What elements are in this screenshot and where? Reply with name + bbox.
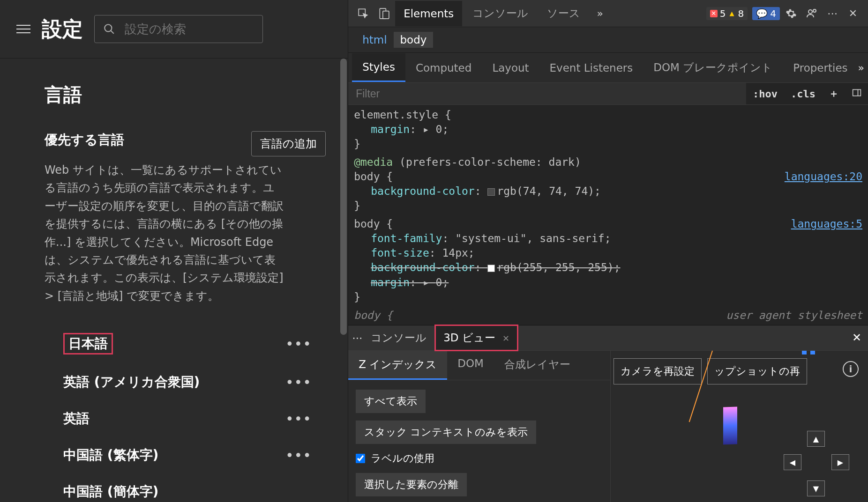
tab-properties[interactable]: Properties (783, 54, 858, 81)
language-item-japanese[interactable]: 日本語 ••• (45, 324, 326, 364)
css-val[interactable]: 14px (442, 247, 468, 259)
subtab-zindex[interactable]: Z インデックス (348, 351, 447, 380)
css-prop[interactable]: background-color (371, 261, 475, 273)
more-panes-icon[interactable]: » (858, 62, 864, 74)
language-item-english[interactable]: 英語 ••• (45, 400, 326, 437)
css-close: } (354, 137, 862, 151)
pan-right-button[interactable]: ▶ (831, 454, 849, 470)
close-tab-icon[interactable]: ✕ (502, 333, 509, 343)
use-label-checkbox-row[interactable]: ラベルの使用 (356, 451, 603, 465)
css-prop[interactable]: font-family (371, 232, 442, 244)
styles-filter-input[interactable] (348, 83, 746, 104)
scrollbar[interactable] (340, 59, 347, 335)
tab-computed[interactable]: Computed (405, 54, 482, 81)
use-label-checkbox[interactable] (356, 454, 365, 463)
user-agent-label: user agent stylesheet (726, 308, 862, 323)
drawer-tab-console[interactable]: コンソール (362, 325, 435, 351)
more-actions-icon[interactable]: ••• (281, 411, 316, 427)
language-name: 日本語 (63, 333, 113, 354)
css-prop[interactable]: background-color (371, 185, 475, 197)
css-selector: body { (354, 309, 393, 321)
css-close: } (354, 290, 862, 304)
retake-snapshot-button[interactable]: ップショットの再 (707, 358, 807, 384)
preferred-languages-row: 優先する言語 言語の追加 (45, 131, 326, 156)
inspect-element-icon[interactable] (354, 4, 373, 23)
subtab-composited[interactable]: 合成レイヤー (494, 351, 581, 380)
section-heading: 言語 (45, 82, 326, 108)
language-item-english-us[interactable]: 英語 (アメリカ合衆国) ••• (45, 364, 326, 400)
show-all-button[interactable]: すべて表示 (356, 390, 426, 413)
viewport-3d[interactable]: カメラを再設定 ップショットの再 i ▲ ▼ ◀ ▶ (611, 351, 868, 502)
more-options-icon[interactable]: ⋯ (823, 4, 842, 23)
svg-point-6 (813, 9, 816, 12)
menu-icon[interactable] (16, 22, 30, 36)
css-selector: body { (354, 218, 393, 230)
render-layers (723, 406, 737, 444)
tab-dom-breakpoints[interactable]: DOM ブレークポイント (643, 53, 783, 82)
css-media-query: (prefers-color-scheme: dark) (399, 156, 581, 168)
hov-toggle[interactable]: :hov (746, 84, 784, 103)
pan-left-button[interactable]: ◀ (784, 454, 801, 470)
tab-layout[interactable]: Layout (482, 54, 539, 81)
color-swatch-icon[interactable] (487, 188, 495, 196)
settings-title: 設定 (42, 15, 83, 43)
error-warning-badge[interactable]: ✕ 5 ▲ 8 (706, 7, 748, 20)
tab-sources[interactable]: ソース (539, 0, 589, 27)
message-count: 4 (770, 8, 776, 19)
css-val[interactable]: "system-ui", sans-serif (455, 232, 605, 244)
css-prop[interactable]: font-size (371, 247, 429, 259)
info-icon[interactable]: i (843, 361, 859, 377)
close-drawer-icon[interactable]: ✕ (852, 331, 861, 344)
isolate-element-button[interactable]: 選択した要素の分離 (356, 473, 467, 496)
css-prop[interactable]: margin (371, 123, 410, 135)
cls-toggle[interactable]: .cls (784, 84, 822, 103)
reset-camera-button[interactable]: カメラを再設定 (614, 358, 702, 384)
svg-point-5 (808, 10, 812, 14)
more-actions-icon[interactable]: ••• (281, 447, 316, 464)
language-item-chinese-simplified[interactable]: 中国語 (簡体字) (45, 473, 326, 502)
tab-event-listeners[interactable]: Event Listeners (539, 54, 644, 81)
devtools-drawer: ⋯ コンソール 3D ビュー ✕ ✕ Z インデックス DOM 合成レイヤー す… (348, 325, 868, 502)
tab-styles[interactable]: Styles (352, 53, 405, 82)
language-item-chinese-traditional[interactable]: 中国語 (繁体字) ••• (45, 437, 326, 473)
settings-gear-icon[interactable] (782, 4, 801, 23)
more-actions-icon[interactable]: ••• (281, 336, 316, 352)
more-actions-icon[interactable]: ••• (281, 374, 316, 391)
crumb-body[interactable]: body (394, 32, 434, 48)
feedback-icon[interactable] (802, 4, 821, 23)
css-prop[interactable]: margin (371, 276, 410, 288)
more-tabs-icon[interactable]: » (591, 4, 609, 23)
language-name: 中国語 (簡体字) (63, 483, 158, 501)
toggle-sidebar-icon[interactable] (846, 84, 868, 103)
css-val[interactable]: 0 (436, 123, 442, 135)
tab-console[interactable]: コンソール (464, 0, 537, 27)
css-close: } (354, 199, 862, 213)
pan-down-button[interactable]: ▼ (807, 480, 825, 496)
source-link[interactable]: languages:20 (785, 170, 862, 184)
status-badges: ✕ 5 ▲ 8 💬 4 (706, 7, 780, 20)
styles-filter-row: :hov .cls ＋ (348, 83, 868, 105)
add-language-button[interactable]: 言語の追加 (251, 131, 326, 156)
drawer-tab-3dview[interactable]: 3D ビュー ✕ (435, 325, 518, 351)
css-rules[interactable]: element.style { margin: ▸ 0; } @media (p… (348, 105, 868, 325)
subtab-dom[interactable]: DOM (447, 351, 494, 380)
css-media: @media (354, 156, 393, 168)
search-input[interactable] (125, 22, 254, 37)
close-devtools-icon[interactable]: ✕ (844, 4, 862, 23)
css-val[interactable]: rgb(255, 255, 255) (497, 261, 614, 273)
pan-up-button[interactable]: ▲ (807, 431, 825, 447)
new-style-rule-icon[interactable]: ＋ (822, 83, 846, 104)
crumb-html[interactable]: html (356, 32, 393, 48)
zindex-strip (611, 351, 868, 354)
source-link[interactable]: languages:5 (791, 217, 862, 231)
css-val[interactable]: rgb(74, 74, 74) (497, 185, 594, 197)
tab-elements[interactable]: Elements (395, 1, 462, 26)
device-toggle-icon[interactable] (374, 4, 393, 23)
color-swatch-icon[interactable] (487, 265, 495, 272)
search-box[interactable] (94, 15, 263, 43)
messages-badge[interactable]: 💬 4 (752, 7, 780, 20)
language-name: 英語 (アメリカ合衆国) (63, 373, 200, 391)
drawer-more-icon[interactable]: ⋯ (352, 332, 362, 344)
stack-context-only-button[interactable]: スタック コンテキストのみを表示 (356, 421, 536, 444)
css-val[interactable]: 0 (436, 276, 442, 288)
